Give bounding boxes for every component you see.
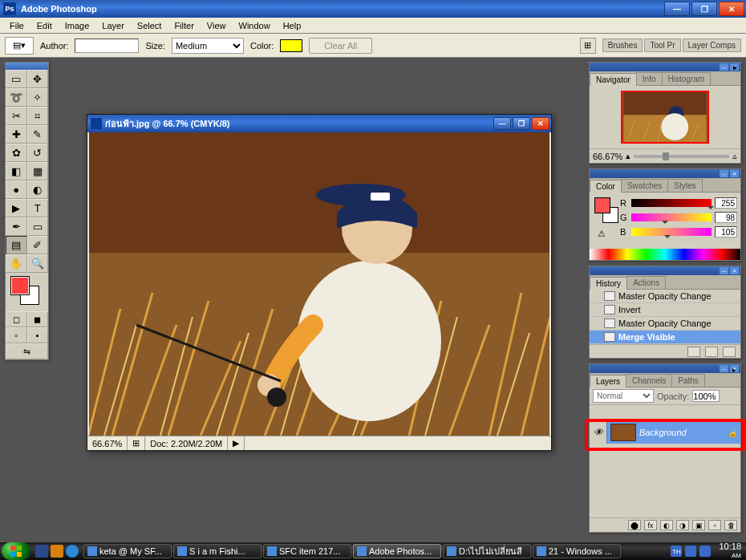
tool-type[interactable]: T [27, 199, 49, 217]
palette-tab-toolpresets[interactable]: Tool Pr [644, 39, 680, 52]
palette-well-toggle-icon[interactable]: ⊞ [580, 38, 596, 54]
quick-launch-item[interactable] [66, 545, 79, 558]
tab-styles[interactable]: Styles [667, 179, 702, 192]
doc-minimize-button[interactable]: — [493, 117, 511, 130]
status-info-icon[interactable]: ⊞ [128, 436, 145, 450]
tool-eraser[interactable]: ◧ [6, 162, 27, 181]
tool-notes[interactable]: ▤ [6, 236, 27, 254]
menu-help[interactable]: Help [277, 19, 308, 32]
new-fill-adjustment-icon[interactable]: ◑ [676, 520, 689, 530]
layer-visibility-icon[interactable]: 👁 [590, 421, 607, 444]
new-layer-icon[interactable]: ▫ [708, 520, 721, 530]
quickmask-standard[interactable]: ◻ [6, 311, 27, 327]
panel-menu-icon[interactable]: ▸ [729, 365, 739, 375]
navigator-zoom-slider[interactable] [634, 155, 729, 158]
panel-menu-icon[interactable]: ▸ [730, 63, 740, 72]
tab-navigator[interactable]: Navigator [590, 73, 637, 86]
panel-minimize-icon[interactable]: – [720, 63, 728, 71]
taskbar-item[interactable]: S i a m Fishi... [173, 544, 262, 558]
menu-filter[interactable]: Filter [168, 19, 200, 32]
palette-tab-layercomps[interactable]: Layer Comps [683, 39, 741, 52]
taskbar-clock[interactable]: 10:18AM [719, 542, 741, 560]
new-group-icon[interactable]: ▣ [692, 520, 705, 530]
tool-crop[interactable]: ✂ [6, 107, 27, 125]
color-panel-fg-swatch[interactable] [594, 197, 610, 213]
delete-state-icon[interactable] [723, 347, 736, 357]
tab-actions[interactable]: Actions [626, 276, 666, 289]
panel-minimize-icon[interactable]: – [720, 170, 728, 177]
color-spectrum-ramp[interactable] [590, 249, 740, 260]
taskbar-item[interactable]: SFC item 217... [263, 544, 351, 558]
link-layers-icon[interactable]: ⬤ [628, 520, 641, 530]
panel-close-icon[interactable]: × [730, 170, 739, 177]
tool-hand[interactable]: ✋ [6, 254, 27, 273]
gamut-warning-icon[interactable]: ⚠ [596, 228, 607, 239]
minimize-button[interactable]: — [664, 2, 690, 16]
tool-healing[interactable]: ✚ [6, 125, 27, 144]
tool-slice[interactable]: ⌗ [27, 107, 49, 125]
panel-minimize-icon[interactable]: – [720, 267, 728, 274]
opacity-value[interactable]: 100% [692, 390, 720, 402]
doc-maximize-button[interactable]: ❐ [513, 117, 530, 130]
history-state[interactable]: Master Opacity Change [590, 317, 740, 331]
tab-paths[interactable]: Paths [671, 374, 705, 387]
clear-all-button[interactable]: Clear All [309, 38, 372, 54]
start-button[interactable] [2, 542, 30, 560]
tab-info[interactable]: Info [636, 72, 663, 85]
new-document-from-state-icon[interactable] [687, 347, 700, 357]
tool-blur[interactable]: ● [6, 181, 27, 199]
layer-name[interactable]: Background [639, 428, 728, 437]
quick-launch-item[interactable] [35, 545, 48, 558]
navigator-thumbnail[interactable] [621, 91, 709, 144]
palette-tab-brushes[interactable]: Brushes [602, 39, 643, 52]
blend-mode-select[interactable]: Normal [593, 389, 654, 403]
tab-history[interactable]: History [590, 277, 627, 290]
menu-layer[interactable]: Layer [95, 19, 131, 32]
size-select[interactable]: Medium [172, 38, 244, 54]
menu-select[interactable]: Select [131, 19, 168, 32]
menu-image[interactable]: Image [59, 19, 96, 32]
taskbar-item[interactable]: D:\ไปไม่เปลี่ยนสี [443, 544, 531, 558]
tool-dodge[interactable]: ◐ [27, 181, 49, 199]
tab-swatches[interactable]: Swatches [621, 179, 668, 192]
tab-histogram[interactable]: Histogram [662, 72, 712, 85]
toolbox-gripper[interactable] [6, 63, 48, 70]
zoom-in-icon[interactable]: ▵ [732, 151, 737, 161]
tool-marquee[interactable]: ▭ [6, 70, 27, 88]
note-color-swatch[interactable] [280, 39, 302, 52]
imageready-jump[interactable]: ⇋ [6, 343, 48, 359]
panel-close-icon[interactable]: × [730, 267, 739, 274]
tray-icon[interactable] [685, 546, 696, 557]
tool-brush[interactable]: ✎ [27, 125, 49, 144]
tool-lasso[interactable]: ➰ [6, 88, 27, 107]
tool-history-brush[interactable]: ↺ [27, 144, 49, 162]
g-value[interactable]: 98 [715, 212, 737, 223]
tab-channels[interactable]: Channels [626, 374, 672, 387]
quickmask-mask[interactable]: ◼ [27, 311, 49, 327]
doc-size-readout[interactable]: Doc: 2.20M/2.20M [145, 436, 228, 450]
tool-path-select[interactable]: ▶ [6, 199, 27, 217]
taskbar-item[interactable]: 21 - Windows ... [533, 544, 621, 558]
close-button[interactable]: ✕ [719, 2, 744, 16]
layer-style-icon[interactable]: fx [644, 520, 657, 530]
quick-launch-item[interactable] [51, 545, 63, 558]
new-snapshot-icon[interactable] [705, 347, 718, 357]
tool-magic-wand[interactable]: ✧ [27, 88, 49, 107]
zoom-readout[interactable]: 66.67% [87, 436, 128, 450]
history-state[interactable]: Master Opacity Change [590, 290, 740, 303]
layer-mask-icon[interactable]: ◐ [660, 520, 673, 530]
status-menu-arrow[interactable]: ▶ [228, 436, 245, 450]
tool-eyedropper[interactable]: ✐ [27, 236, 49, 254]
author-input[interactable] [75, 39, 139, 53]
tool-shape[interactable]: ▭ [27, 217, 49, 236]
menu-edit[interactable]: Edit [30, 19, 59, 32]
menu-window[interactable]: Window [233, 19, 277, 32]
r-value[interactable]: 255 [715, 197, 737, 209]
b-slider[interactable] [631, 228, 712, 236]
tab-layers[interactable]: Layers [590, 375, 626, 388]
maximize-button[interactable]: ❐ [691, 2, 717, 16]
tab-color[interactable]: Color [590, 180, 622, 193]
tool-pen[interactable]: ✒ [6, 217, 27, 236]
foreground-color-swatch[interactable] [10, 276, 30, 295]
layer-thumbnail[interactable] [610, 424, 636, 441]
